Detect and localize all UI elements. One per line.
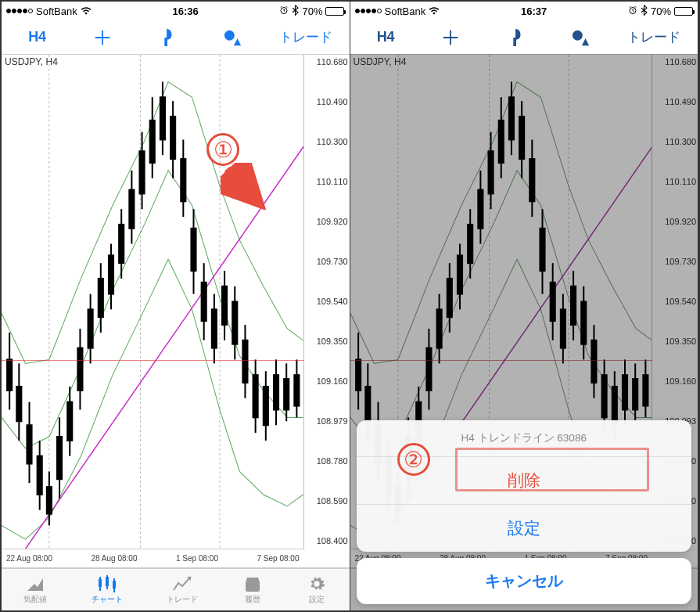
- crosshair-button[interactable]: [84, 29, 121, 46]
- axis-tick: 108.590: [306, 497, 348, 506]
- history-icon: [242, 575, 263, 592]
- axis-tick: 110.490: [306, 98, 348, 106]
- svg-rect-21: [77, 348, 82, 391]
- svg-rect-33: [140, 151, 145, 193]
- svg-rect-39: [171, 117, 175, 159]
- axis-tick: 110.300: [306, 138, 348, 146]
- y-axis: 110.680110.490110.300110.110109.920109.7…: [304, 55, 350, 549]
- svg-point-1: [224, 30, 234, 40]
- axis-tick: 109.920: [306, 218, 348, 226]
- chart-icon: [97, 575, 117, 592]
- clock: 16:36: [172, 5, 198, 17]
- svg-rect-41: [181, 159, 185, 201]
- action-sheet: H4 トレンドライン 63086 削除 設定: [357, 420, 692, 552]
- trade-button[interactable]: トレード: [279, 28, 332, 46]
- svg-rect-25: [99, 279, 103, 317]
- tab-label: 履歴: [245, 594, 260, 605]
- chart-area[interactable]: USDJPY, H4: [2, 55, 350, 568]
- svg-rect-15: [47, 487, 52, 514]
- tab-trade[interactable]: トレード: [167, 575, 198, 605]
- phone-left: SoftBank 16:36 70% H4 トレード: [2, 2, 350, 610]
- tab-chart[interactable]: チャート: [92, 575, 123, 605]
- action-sheet-backdrop[interactable]: H4 トレンドライン 63086 削除 設定 キャンセル ②: [350, 2, 698, 610]
- tab-history[interactable]: 履歴: [242, 575, 263, 605]
- annotation-marker-2: ②: [397, 443, 430, 476]
- axis-tick: 109.350: [306, 337, 348, 346]
- svg-rect-63: [294, 375, 299, 405]
- axis-tick: 22 Aug 08:00: [6, 554, 52, 563]
- svg-rect-45: [202, 283, 206, 321]
- svg-rect-13: [38, 456, 42, 495]
- svg-rect-27: [109, 255, 113, 293]
- svg-rect-51: [232, 302, 237, 344]
- x-axis: 22 Aug 08:0028 Aug 08:001 Sep 08:007 Sep…: [2, 549, 304, 567]
- tab-label: トレード: [167, 594, 198, 605]
- axis-tick: 108.780: [306, 457, 348, 466]
- svg-rect-43: [191, 229, 196, 271]
- axis-tick: 109.160: [306, 377, 348, 386]
- svg-rect-49: [222, 286, 227, 325]
- svg-rect-35: [150, 121, 155, 163]
- carrier-label: SoftBank: [36, 5, 77, 17]
- gear-icon: [307, 575, 327, 592]
- timeframe-button[interactable]: H4: [19, 29, 56, 45]
- svg-rect-59: [274, 375, 278, 409]
- phone-right: SoftBank 16:37 70% H4 トレード: [350, 2, 699, 610]
- svg-rect-47: [212, 309, 217, 347]
- svg-rect-23: [88, 309, 93, 347]
- svg-rect-7: [7, 359, 12, 390]
- axis-tick: 1 Sep 08:00: [176, 554, 218, 563]
- svg-rect-57: [264, 387, 268, 425]
- svg-rect-37: [160, 97, 165, 139]
- battery-label: 70%: [302, 5, 322, 17]
- indicators-button[interactable]: [149, 29, 186, 46]
- axis-tick: 108.979: [306, 417, 348, 426]
- tab-label: 設定: [309, 594, 325, 605]
- bluetooth-icon: [292, 5, 299, 18]
- tab-label: 気配値: [23, 594, 47, 605]
- status-left: SoftBank: [6, 5, 92, 17]
- svg-rect-31: [129, 190, 134, 229]
- svg-rect-53: [242, 340, 247, 383]
- wifi-icon: [81, 5, 92, 17]
- svg-rect-9: [16, 387, 21, 421]
- status-right: 70%: [279, 5, 344, 18]
- trade-icon: [172, 575, 192, 592]
- axis-tick: 109.730: [306, 257, 348, 266]
- axis-tick: 110.110: [306, 178, 348, 186]
- svg-rect-19: [67, 402, 72, 441]
- annotation-marker-1: ①: [206, 133, 239, 166]
- current-price-line: [2, 360, 306, 361]
- axis-tick: 7 Sep 08:00: [257, 554, 300, 563]
- axis-tick: 110.680: [306, 58, 348, 67]
- action-sheet-cancel[interactable]: キャンセル: [357, 558, 692, 604]
- svg-rect-29: [119, 225, 124, 263]
- tab-quote[interactable]: 気配値: [23, 575, 47, 605]
- action-sheet-settings[interactable]: 設定: [357, 505, 692, 552]
- signal-icon: [6, 9, 33, 13]
- tab-label: チャート: [92, 594, 123, 605]
- quote-icon: [25, 575, 45, 592]
- svg-rect-55: [253, 375, 258, 417]
- status-bar: SoftBank 16:36 70%: [2, 2, 350, 20]
- chart-toolbar: H4 トレード: [2, 20, 350, 55]
- alarm-icon: [279, 5, 289, 17]
- svg-rect-11: [27, 425, 31, 463]
- axis-tick: 28 Aug 08:00: [92, 554, 138, 563]
- chart-plot[interactable]: [2, 55, 304, 549]
- objects-button[interactable]: [214, 29, 252, 46]
- bottom-tab-bar: 気配値 チャート トレード 履歴 設定: [2, 568, 350, 610]
- svg-rect-17: [57, 437, 62, 479]
- battery-icon: [325, 7, 344, 16]
- svg-rect-61: [284, 379, 289, 409]
- tab-settings[interactable]: 設定: [307, 575, 327, 605]
- axis-tick: 109.540: [306, 297, 348, 306]
- svg-line-5: [2, 124, 303, 549]
- axis-tick: 108.400: [306, 537, 348, 545]
